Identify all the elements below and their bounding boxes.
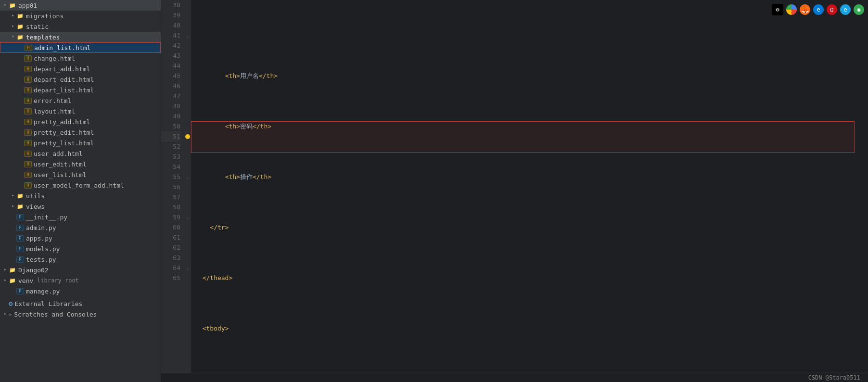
sidebar-item-utils[interactable]: 📁 utils — [0, 191, 161, 201]
html-icon-depart-list: H — [24, 87, 32, 93]
line-num-50: 50 — [161, 121, 180, 131]
sidebar-item-pretty-edit[interactable]: H pretty_edit.html — [0, 127, 161, 138]
folder-icon-django02: 📁 — [9, 266, 16, 274]
gutter-61 — [184, 232, 191, 242]
sidebar-label-user-list: user_list.html — [34, 171, 87, 178]
sidebar-label-apps-py: apps.py — [26, 235, 52, 242]
sidebar-item-models-py[interactable]: P models.py — [0, 243, 161, 254]
gutter-53 — [184, 152, 191, 162]
fold-59[interactable]: ⌄ — [186, 215, 189, 220]
html-icon-error: H — [24, 98, 32, 104]
folder-icon-templates: 📁 — [16, 33, 24, 41]
arrow-depart-edit — [17, 76, 24, 83]
line-num-48: 48 — [161, 101, 180, 111]
folder-icon-venv: 📁 — [9, 277, 16, 284]
sidebar-item-venv[interactable]: 📁 venv library root — [0, 275, 161, 286]
line-num-54: 54 — [161, 162, 180, 172]
html-icon-pretty-edit: H — [24, 129, 32, 136]
arrow-templates — [10, 34, 16, 40]
sidebar-item-depart-list[interactable]: H depart_list.html — [0, 85, 161, 95]
sidebar-label-user-add: user_add.html — [34, 150, 83, 157]
status-text: CSDN @Stara0511 — [808, 374, 860, 381]
sidebar-label-user-edit: user_edit.html — [34, 161, 87, 168]
sidebar-item-templates[interactable]: 📁 templates — [0, 32, 161, 42]
sidebar-label-pretty-add: pretty_add.html — [34, 118, 90, 126]
sidebar-label-tests-py: tests.py — [26, 256, 56, 263]
sidebar-item-admin-py[interactable]: P admin.py — [0, 222, 161, 233]
sidebar-label-views: views — [26, 203, 45, 210]
sidebar-item-error[interactable]: H error.html — [0, 95, 161, 106]
arrow-init — [10, 214, 16, 220]
gutter-65 — [184, 273, 191, 283]
code-area[interactable]: <th>用户名</th> <th>密码</th> <th>操作</th> </t… — [191, 0, 868, 382]
fold-41[interactable]: ⌄ — [186, 33, 189, 38]
gutter-40 — [184, 20, 191, 30]
line-num-55: 55 — [161, 172, 180, 182]
fold-55[interactable]: ⌄ — [186, 174, 189, 179]
pycharm-icon[interactable]: ⚙ — [772, 4, 783, 15]
gutter-63 — [184, 253, 191, 263]
sidebar-label-templates: templates — [26, 34, 60, 41]
sidebar-label-pretty-list: pretty_list.html — [34, 140, 94, 147]
sidebar-item-tests-py[interactable]: P tests.py — [0, 254, 161, 265]
sidebar-item-pretty-list[interactable]: H pretty_list.html — [0, 138, 161, 148]
edge-icon[interactable]: e — [813, 4, 824, 15]
gutter-64: ⌄ — [184, 263, 191, 273]
html-icon-depart-edit: H — [24, 76, 32, 83]
html-icon-change: H — [24, 55, 32, 62]
sidebar-item-views[interactable]: 📁 views — [0, 201, 161, 212]
sidebar-label-django02: Django02 — [18, 267, 49, 274]
gutter-52 — [184, 141, 191, 152]
sidebar-label-error: error.html — [34, 97, 71, 104]
sidebar-item-user-add[interactable]: H user_add.html — [0, 148, 161, 159]
breakpoint-51[interactable] — [185, 134, 190, 139]
sidebar-label-user-model-form-add: user_model_form_add.html — [34, 182, 124, 189]
firefox-icon[interactable]: 🦊 — [800, 4, 810, 15]
sidebar-item-user-edit[interactable]: H user_edit.html — [0, 159, 161, 169]
sidebar-item-manage-py[interactable]: P manage.py — [0, 286, 161, 296]
sidebar-item-pretty-add[interactable]: H pretty_add.html — [0, 116, 161, 127]
sidebar-label-static: static — [26, 23, 49, 30]
sidebar-item-depart-edit[interactable]: H depart_edit.html — [0, 74, 161, 85]
line-num-63: 63 — [161, 253, 180, 263]
chrome-icon[interactable] — [786, 4, 797, 15]
gutter-46 — [184, 81, 191, 91]
editor-content: 38 39 40 41 42 43 44 45 46 47 48 49 50 5… — [161, 0, 868, 382]
line-num-39: 39 — [161, 10, 180, 20]
sidebar-item-user-list[interactable]: H user_list.html — [0, 169, 161, 180]
sidebar-item-scratches[interactable]: ✏ Scratches and Consoles — [0, 309, 161, 319]
code-line-40: <th>操作</th> — [195, 172, 868, 182]
sidebar-item-admin-list[interactable]: H admin_list.html — [0, 42, 161, 53]
sidebar-item-apps-py[interactable]: P apps.py — [0, 233, 161, 243]
sidebar-item-app01[interactable]: 📁 app01 — [0, 0, 161, 11]
line-num-40: 40 — [161, 20, 180, 30]
sidebar-item-user-model-form-add[interactable]: H user_model_form_add.html — [0, 180, 161, 191]
ie-icon[interactable]: e — [840, 4, 851, 15]
sidebar-item-depart-add[interactable]: H depart_add.html — [0, 64, 161, 74]
sidebar-item-external-libraries[interactable]: ⚙ External Libraries — [0, 298, 161, 309]
fold-64[interactable]: ⌄ — [186, 265, 189, 270]
line-num-38: 38 — [161, 0, 180, 10]
toolbar-icons: ⚙ 🦊 e O e ◉ — [772, 4, 864, 15]
sidebar-item-static[interactable]: 📁 static — [0, 21, 161, 32]
gutter-43 — [184, 51, 191, 61]
gutter-51 — [184, 131, 191, 141]
html-icon-user-edit: H — [24, 161, 32, 167]
arrow-user-edit — [17, 161, 24, 167]
sidebar-item-init[interactable]: P __init__.py — [0, 212, 161, 222]
opera-icon[interactable]: O — [827, 4, 837, 15]
py-icon-models: P — [16, 246, 24, 252]
sidebar-label-models-py: models.py — [26, 245, 60, 253]
arrow-depart-add — [17, 65, 24, 72]
gutter-60 — [184, 222, 191, 232]
sidebar-item-layout[interactable]: H layout.html — [0, 106, 161, 116]
sidebar-item-django02[interactable]: 📁 Django02 — [0, 265, 161, 275]
gutter-41: ⌄ — [184, 30, 191, 40]
other-browser-icon[interactable]: ◉ — [854, 4, 864, 15]
gutter-59: ⌄ — [184, 212, 191, 222]
folder-icon-utils: 📁 — [16, 192, 24, 200]
sidebar-item-migrations[interactable]: 📁 migrations — [0, 11, 161, 21]
html-icon-admin-list: H — [25, 45, 32, 51]
sidebar-item-change[interactable]: H change.html — [0, 53, 161, 64]
py-icon-admin: P — [16, 225, 24, 231]
